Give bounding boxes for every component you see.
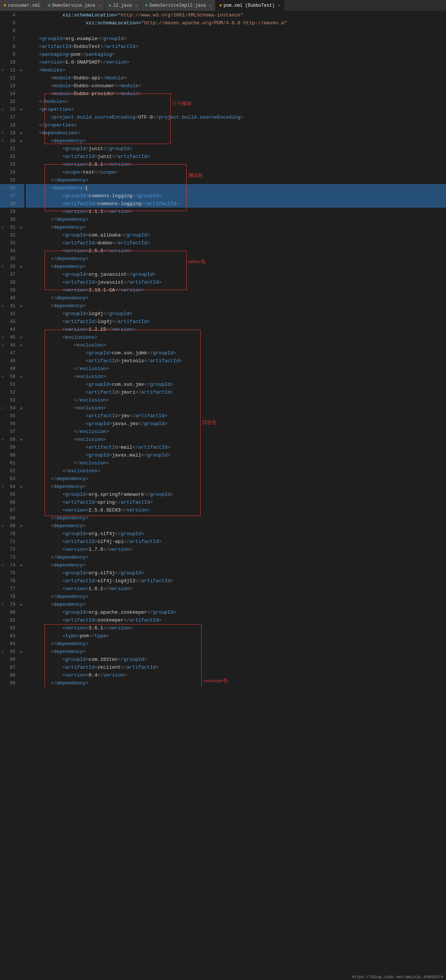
tab-close-pom[interactable]: ✕ (278, 3, 280, 8)
line-number-5: 5 (5, 21, 18, 26)
fold-icon-20[interactable]: ⊖ (0, 138, 5, 144)
line-number-37: 37 (5, 272, 18, 277)
fold-icon-46[interactable]: ⊖ (0, 343, 5, 348)
code-line-11: <modules> (26, 66, 446, 74)
code-content[interactable]: xsi:schemaLocation="http://www.w3.org/20… (24, 11, 446, 687)
fold-icon-6 (0, 29, 5, 34)
code-line-60: <groupId>javax.mail</groupId> (26, 451, 446, 459)
code-line-12: <module>Dubbo-api</module> (26, 74, 446, 82)
fold-icon-64[interactable]: ⊖ (0, 484, 5, 490)
tab-pom-xml[interactable]: ■ pom.xml (DubboTest) ✕ (215, 0, 284, 11)
line-number-72: 72 (5, 547, 18, 552)
fold-icon-36[interactable]: ⊖ (0, 264, 5, 269)
gutter-icon-16: ▣ (18, 108, 24, 111)
tab-close-l2[interactable]: ✕ (135, 3, 137, 8)
gutter-row-48: 48 (0, 357, 24, 365)
gutter-row-55: 55 (0, 412, 24, 420)
gutter-row-63: 63 (0, 475, 24, 483)
code-line-43: <artifactId>log4j</artifactId> (26, 318, 446, 326)
gutter-row-35: 35 (0, 255, 24, 262)
fold-icon-74[interactable]: ⊖ (0, 563, 5, 568)
tab-close-impl2[interactable]: ✕ (209, 3, 212, 8)
tab-icon-demo-service: ■ (48, 3, 50, 8)
fold-icon-31[interactable]: ⊖ (0, 225, 5, 230)
code-line-80: <groupId>org.apache.zookeeper</groupId> (26, 608, 446, 616)
fold-icon-69[interactable]: ⊖ (0, 523, 5, 529)
fold-icon-11[interactable]: ⊖ (0, 68, 5, 73)
gutter-row-21: 21 (0, 145, 24, 153)
gutter-row-79: ⊖79▣ (0, 601, 24, 608)
tab-close-demo-service[interactable]: ✕ (99, 3, 101, 8)
fold-icon-73 (0, 555, 5, 560)
fold-icon-26[interactable]: ⊖ (0, 186, 5, 191)
gutter-row-76: 76 (0, 577, 24, 585)
fold-icon-50[interactable]: ⊖ (0, 374, 5, 379)
line-number-75: 75 (5, 571, 18, 576)
code-line-87: <artifactId>zkclient</artifactId> (26, 663, 446, 671)
gutter-row-7: 7 (0, 35, 24, 43)
fold-icon-49 (0, 366, 5, 372)
fold-icon-45[interactable]: ⊖ (0, 335, 5, 340)
line-number-83: 83 (5, 633, 18, 639)
line-number-39: 39 (5, 288, 18, 293)
code-line-15: </modules> (26, 98, 446, 105)
gutter-row-72: 72 (0, 546, 24, 554)
line-number-45: 45 (5, 335, 18, 340)
code-line-46: <exclusion> (26, 341, 446, 349)
code-line-13: <module>Dubbo-consumer</module> (26, 82, 446, 90)
gutter-row-20: ⊖20▣ (0, 137, 24, 145)
gutter-row-75: 75 (0, 569, 24, 577)
tab-demo-service[interactable]: ■ DemoService.java ✕ (44, 0, 105, 11)
code-line-83: <type>pom</type> (26, 632, 446, 640)
gutter-icon-79: ▣ (18, 603, 24, 606)
fold-icon-34 (0, 248, 5, 254)
gutter-row-68: 68 (0, 514, 24, 522)
fold-icon-59 (0, 445, 5, 450)
gutter-icon-85: ▣ (18, 650, 24, 653)
line-number-18: 18 (5, 123, 18, 128)
code-line-49: </exclusion> (26, 365, 446, 373)
gutter-row-16: ⊖16▣ (0, 105, 24, 113)
code-line-57: </exclusion> (26, 428, 446, 436)
line-number-27: 27 (5, 194, 18, 199)
code-line-52: <artifactId>jmxri</artifactId> (26, 388, 446, 396)
line-number-50: 50 (5, 374, 18, 379)
code-line-5: xsi:schemaLocation="http://maven.apache.… (26, 19, 446, 27)
code-line-4: xsi:schemaLocation="http://www.w3.org/20… (26, 11, 446, 19)
code-line-23: <version>3.8.1</version> (26, 161, 446, 169)
tab-consumer-xml[interactable]: ■ consumer.xml (0, 0, 44, 11)
fold-icon-47 (0, 351, 5, 356)
fold-icon-54[interactable]: ⊖ (0, 406, 5, 411)
fold-icon-78 (0, 594, 5, 600)
gutter-icon-64: ▣ (18, 485, 24, 488)
gutter-row-8: 8 (0, 43, 24, 51)
fold-icon-16[interactable]: ⊖ (0, 107, 5, 112)
line-number-32: 32 (5, 233, 18, 238)
gutter-row-74: ⊖74▣ (0, 561, 24, 569)
gutter-row-71: 71 (0, 538, 24, 546)
line-number-62: 62 (5, 468, 18, 474)
gutter-row-66: 66 (0, 498, 24, 506)
code-line-22: <artifactId>junit</artifactId> (26, 153, 446, 161)
gutter-row-88: 88 (0, 671, 24, 679)
fold-icon-13 (0, 83, 5, 89)
gutter-icon-20: ▣ (18, 139, 24, 143)
tab-demo-impl2[interactable]: ■ DemoServiceImpl2.java ✕ (142, 0, 215, 11)
code-line-61: </exclusion> (26, 459, 446, 467)
fold-icon-58[interactable]: ⊖ (0, 437, 5, 442)
gutter-row-18: 18 (0, 121, 24, 129)
fold-icon-19[interactable]: ⊖ (0, 130, 5, 136)
code-line-37: <groupId>org.javassist</groupId> (26, 270, 446, 278)
gutter-row-67: 67 (0, 506, 24, 514)
fold-icon-79[interactable]: ⊖ (0, 602, 5, 607)
line-number-23: 23 (5, 162, 18, 167)
code-line-41: <dependency> (26, 302, 446, 310)
fold-icon-41[interactable]: ⊖ (0, 304, 5, 309)
gutter-row-39: 39 (0, 286, 24, 294)
fold-icon-85[interactable]: ⊖ (0, 649, 5, 654)
gutter-row-31: ⊖31▣ (0, 223, 24, 231)
line-number-61: 61 (5, 461, 18, 466)
tab-l2[interactable]: ■ l2.java ✕ (105, 0, 142, 11)
gutter-row-82: 82 (0, 624, 24, 632)
line-number-8: 8 (5, 44, 18, 49)
